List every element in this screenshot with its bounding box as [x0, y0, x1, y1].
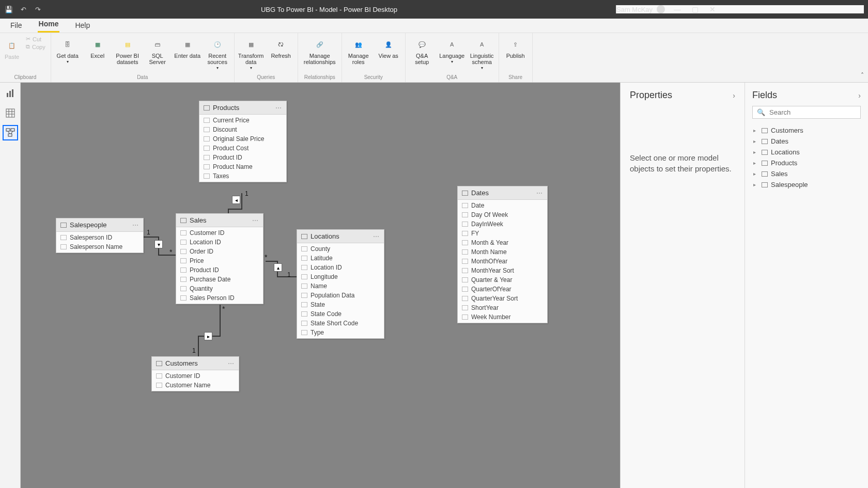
table-column[interactable]: Customer ID	[176, 228, 263, 238]
minimize-button[interactable]: —	[672, 5, 683, 13]
table-column[interactable]: Product ID	[199, 153, 286, 162]
language-button[interactable]: ALanguage▾	[439, 35, 466, 65]
relationship-line[interactable]	[143, 237, 158, 238]
table-column[interactable]: ShortYear	[458, 303, 547, 312]
table-column[interactable]: Product Cost	[199, 144, 286, 153]
data-view-button[interactable]	[3, 105, 18, 121]
field-table-item[interactable]: ▸Customers	[752, 125, 861, 136]
sql-server-button[interactable]: 🗃SQL Server	[144, 35, 171, 65]
more-options-icon[interactable]: ⋯	[373, 233, 380, 240]
table-column[interactable]: QuarterYear Sort	[458, 294, 547, 303]
table-column[interactable]: Latitude	[297, 254, 384, 263]
table-column[interactable]: Month Name	[458, 247, 547, 257]
table-column[interactable]: Longitude	[297, 272, 384, 281]
more-options-icon[interactable]: ⋯	[252, 217, 259, 224]
more-options-icon[interactable]: ⋯	[536, 190, 543, 197]
enter-data-button[interactable]: ▦Enter data	[174, 35, 201, 59]
more-options-icon[interactable]: ⋯	[132, 222, 139, 229]
table-column[interactable]: Price	[176, 256, 263, 265]
table-column[interactable]: Taxes	[199, 171, 286, 181]
table-column[interactable]: Location ID	[176, 238, 263, 247]
table-column[interactable]: Customer ID	[152, 371, 239, 381]
table-column[interactable]: Current Price	[199, 116, 286, 125]
search-input[interactable]	[769, 108, 856, 116]
table-dates[interactable]: Dates⋯ DateDay Of WeekDayInWeekFYMonth &…	[457, 186, 548, 323]
model-canvas[interactable]: ◂ 1 * ▾ 1 ▴ * 1 ▸ * 1 Products⋯ Current …	[21, 83, 620, 488]
table-column[interactable]: FY	[458, 229, 547, 238]
linguistic-schema-button[interactable]: ALinguistic schema▾	[469, 35, 495, 71]
table-column[interactable]: Order ID	[176, 247, 263, 256]
maximize-button[interactable]: ▢	[690, 5, 700, 13]
table-column[interactable]: Product Name	[199, 162, 286, 171]
field-table-item[interactable]: ▸Dates	[752, 136, 861, 147]
field-table-item[interactable]: ▸Salespeople	[752, 179, 861, 190]
collapse-fields-icon[interactable]: ›	[858, 91, 861, 100]
table-header[interactable]: Customers⋯	[152, 357, 239, 370]
table-column[interactable]: County	[297, 244, 384, 254]
tab-file[interactable]: File	[9, 19, 23, 33]
table-column[interactable]: Population Data	[297, 291, 384, 300]
table-column[interactable]: Quantity	[176, 284, 263, 293]
table-column[interactable]: QuarterOfYear	[458, 285, 547, 294]
table-column[interactable]: Customer Name	[152, 381, 239, 390]
tab-help[interactable]: Help	[74, 19, 91, 33]
table-column[interactable]: MonthOfYear	[458, 257, 547, 266]
close-button[interactable]: ✕	[707, 5, 718, 13]
relationship-line[interactable]	[220, 305, 221, 336]
table-column[interactable]: Name	[297, 281, 384, 291]
field-table-item[interactable]: ▸Products	[752, 158, 861, 168]
relationship-line[interactable]	[228, 209, 242, 210]
table-column[interactable]: Quarter & Year	[458, 275, 547, 285]
report-view-button[interactable]	[3, 86, 18, 101]
field-table-item[interactable]: ▸Sales	[752, 168, 861, 179]
table-column[interactable]: Day Of Week	[458, 210, 547, 219]
table-column[interactable]: Week Number	[458, 312, 547, 322]
refresh-button[interactable]: 🗘Refresh	[268, 35, 295, 59]
more-options-icon[interactable]: ⋯	[228, 360, 235, 367]
relationship-line[interactable]	[241, 193, 242, 209]
table-column[interactable]: State	[297, 300, 384, 309]
recent-sources-button[interactable]: 🕑Recent sources▾	[204, 35, 231, 71]
table-column[interactable]: Original Sale Price	[199, 134, 286, 144]
relationship-line[interactable]	[158, 255, 176, 256]
user-account[interactable]: Sam McKay	[616, 5, 665, 13]
undo-icon[interactable]: ↶	[19, 5, 28, 14]
table-column[interactable]: State Short Code	[297, 319, 384, 328]
table-header[interactable]: Dates⋯	[458, 186, 547, 200]
table-customers[interactable]: Customers⋯ Customer IDCustomer Name	[151, 356, 239, 391]
relationship-line[interactable]	[198, 336, 199, 356]
table-column[interactable]: State Code	[297, 309, 384, 319]
view-as-button[interactable]: 👤View as	[375, 35, 402, 59]
save-icon[interactable]: 💾	[4, 5, 13, 14]
field-table-item[interactable]: ▸Locations	[752, 147, 861, 158]
qa-setup-button[interactable]: 💬Q&A setup	[409, 35, 436, 65]
table-column[interactable]: Sales Person ID	[176, 293, 263, 303]
table-column[interactable]: Product ID	[176, 265, 263, 275]
table-column[interactable]: DayInWeek	[458, 219, 547, 229]
table-header[interactable]: Sales⋯	[176, 214, 263, 227]
table-column[interactable]: Salesperson ID	[56, 233, 143, 242]
table-column[interactable]: Discount	[199, 125, 286, 134]
table-column[interactable]: Salesperson Name	[56, 242, 143, 251]
table-column[interactable]: Purchase Date	[176, 275, 263, 284]
excel-button[interactable]: ▦Excel	[84, 35, 111, 59]
table-sales[interactable]: Sales⋯ Customer IDLocation IDOrder IDPri…	[176, 213, 264, 304]
table-header[interactable]: Products⋯	[199, 101, 286, 115]
more-options-icon[interactable]: ⋯	[275, 104, 282, 112]
get-data-button[interactable]: 🗄Get data▾	[54, 35, 81, 65]
table-salespeople[interactable]: Salespeople⋯ Salesperson IDSalesperson N…	[56, 218, 144, 253]
manage-relationships-button[interactable]: 🔗Manage relationships	[301, 35, 338, 65]
model-view-button[interactable]	[3, 125, 18, 140]
table-products[interactable]: Products⋯ Current PriceDiscountOriginal …	[199, 101, 287, 182]
table-header[interactable]: Salespeople⋯	[56, 218, 143, 232]
table-column[interactable]: MonthYear Sort	[458, 266, 547, 275]
collapse-properties-icon[interactable]: ›	[733, 91, 735, 100]
table-column[interactable]: Date	[458, 201, 547, 210]
pbi-datasets-button[interactable]: ▤Power BI datasets	[114, 35, 141, 65]
transform-data-button[interactable]: ▦Transform data▾	[238, 35, 265, 71]
redo-icon[interactable]: ↷	[33, 5, 42, 14]
table-header[interactable]: Locations⋯	[297, 230, 384, 243]
fields-search[interactable]: 🔍	[752, 106, 861, 119]
collapse-ribbon-button[interactable]: ˄	[861, 72, 864, 79]
manage-roles-button[interactable]: 👥Manage roles	[345, 35, 372, 65]
